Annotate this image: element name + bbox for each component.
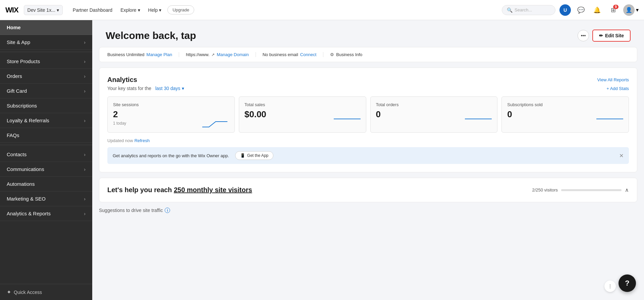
chevron-right-icon: › — [84, 40, 86, 45]
stat-value-subscriptions: 0 — [507, 109, 512, 120]
sidebar-item-subscriptions[interactable]: Subscriptions — [0, 98, 92, 113]
visitors-left: Let's help you reach 250 monthly site vi… — [107, 186, 252, 194]
search-bar[interactable]: 🔍 Search... — [502, 5, 555, 15]
site-selector[interactable]: Dev Site 1x... ▾ — [24, 5, 63, 15]
help-chevron: ▾ — [159, 7, 161, 13]
stat-card-orders: Total orders 0 — [370, 96, 498, 133]
more-fab-icon: ⋮ — [608, 284, 612, 289]
sidebar-item-loyalty[interactable]: Loyalty & Referrals › — [0, 113, 92, 128]
nav-links: Partner Dashboard Explore ▾ Help ▾ — [69, 5, 165, 15]
suggestions-row: Suggestions to drive site traffic i — [99, 208, 637, 217]
analytics-sub-row: Your key stats for the last 30 days ▾ + … — [107, 86, 629, 91]
chevron-right-icon: › — [84, 59, 86, 64]
visitors-title: Let's help you reach 250 monthly site vi… — [107, 186, 252, 194]
email-label: No business email — [263, 52, 298, 57]
apps-button[interactable]: ⊞ 9 — [607, 4, 619, 16]
sidebar-item-marketing[interactable]: Marketing & SEO › — [0, 191, 92, 206]
avatar-icon: 👤 — [626, 7, 632, 13]
refresh-link[interactable]: Refresh — [135, 138, 150, 143]
upgrade-button[interactable]: Upgrade — [167, 5, 194, 14]
notification-badge: 9 — [613, 5, 619, 9]
top-nav: WIX Dev Site 1x... ▾ Partner Dashboard E… — [0, 0, 644, 20]
edit-icon: ✏ — [599, 33, 603, 38]
sidebar-item-home[interactable]: Home — [0, 20, 92, 35]
sidebar-item-store-products[interactable]: Store Products › — [0, 54, 92, 69]
visitors-highlight[interactable]: 250 monthly site visitors — [174, 186, 252, 194]
sidebar-item-site-app[interactable]: Site & App › — [0, 35, 92, 50]
user-avatar-button[interactable]: 👤 ▾ — [623, 4, 639, 16]
visitors-progress-bar — [561, 189, 622, 191]
manage-plan-link[interactable]: Manage Plan — [147, 52, 172, 57]
stat-sub-sessions: 1 today — [113, 121, 126, 126]
star-icon: ✦ — [7, 289, 11, 295]
analytics-card: Analytics View All Reports Your key stat… — [99, 68, 637, 172]
chevron-up-icon[interactable]: ∧ — [625, 187, 629, 193]
domain-info: https://www. ↗ Manage Domain — [179, 52, 256, 57]
wix-logo: WIX — [5, 6, 18, 14]
sidebar-item-orders[interactable]: Orders › — [0, 69, 92, 84]
sidebar-item-contacts[interactable]: Contacts › — [0, 147, 92, 162]
email-connect-link[interactable]: Connect — [300, 52, 316, 57]
banner-text: Get analytics and reports on the go with… — [113, 153, 229, 158]
site-selector-chevron: ▾ — [57, 7, 59, 13]
sidebar-divider-2 — [0, 145, 92, 145]
business-info[interactable]: ⚙ Business Info — [323, 52, 369, 57]
messages-button[interactable]: 💬 — [575, 4, 587, 16]
sidebar-item-faqs[interactable]: FAQs — [0, 128, 92, 143]
domain-label: https://www. — [186, 52, 209, 57]
main-content: Welcome back, tap ••• ✏ Edit Site Busine… — [92, 20, 644, 300]
stats-period: Your key stats for the last 30 days ▾ — [107, 86, 184, 91]
user-initial-avatar[interactable]: U — [559, 4, 571, 16]
user-avatar: 👤 — [623, 4, 635, 16]
stat-card-subscriptions: Subscriptions sold 0 — [501, 96, 629, 133]
nav-link-help[interactable]: Help ▾ — [145, 5, 165, 15]
edit-site-button[interactable]: ✏ Edit Site — [592, 30, 631, 42]
external-link-icon: ↗ — [211, 52, 215, 57]
plan-label: Business Unlimited — [107, 52, 145, 57]
header-actions: ••• ✏ Edit Site — [578, 30, 631, 42]
quick-access-footer[interactable]: ✦ Quick Access — [0, 284, 92, 300]
search-icon: 🔍 — [507, 7, 513, 13]
page-title: Welcome back, tap — [106, 30, 196, 41]
stat-label-sales: Total sales — [245, 102, 361, 107]
stat-label-sessions: Site sessions — [113, 102, 229, 107]
view-all-reports-link[interactable]: View All Reports — [597, 77, 629, 82]
stat-value-sessions: 2 — [113, 109, 126, 120]
stat-card-sessions: Site sessions 2 1 today — [107, 96, 235, 133]
sidebar-item-analytics[interactable]: Analytics & Reports › — [0, 206, 92, 221]
analytics-title: Analytics — [107, 76, 137, 84]
visitors-count: 2/250 visitors — [532, 187, 558, 192]
orders-mini-chart — [465, 111, 492, 121]
business-info-label: Business Info — [336, 52, 362, 57]
stat-value-orders: 0 — [376, 109, 381, 120]
sidebar-item-communications[interactable]: Communications › — [0, 162, 92, 177]
stat-card-sales: Total sales $0.00 — [239, 96, 366, 133]
notifications-button[interactable]: 🔔 — [591, 4, 603, 16]
chevron-right-icon: › — [84, 88, 86, 94]
more-fab-button[interactable]: ⋮ — [604, 281, 616, 292]
chevron-right-icon: › — [84, 196, 86, 202]
more-options-button[interactable]: ••• — [578, 30, 589, 41]
sidebar-item-gift-card[interactable]: Gift Card › — [0, 84, 92, 98]
add-stats-link[interactable]: + Add Stats — [606, 86, 629, 91]
banner-close-button[interactable]: ✕ — [619, 153, 624, 159]
visitors-progress-fill — [561, 189, 562, 191]
bell-icon: 🔔 — [593, 6, 601, 14]
stat-label-orders: Total orders — [376, 102, 492, 107]
stat-label-subscriptions: Subscriptions sold — [507, 102, 623, 107]
sessions-mini-chart — [202, 118, 229, 128]
visitors-right: 2/250 visitors ∧ — [532, 187, 629, 193]
help-button[interactable]: ? — [619, 274, 636, 292]
period-dropdown[interactable]: last 30 days ▾ — [155, 86, 184, 91]
nav-link-partner[interactable]: Partner Dashboard — [69, 5, 116, 15]
nav-link-explore[interactable]: Explore ▾ — [117, 5, 143, 15]
sidebar-item-automations[interactable]: Automations — [0, 177, 92, 191]
visitors-card: Let's help you reach 250 monthly site vi… — [99, 178, 637, 202]
get-app-button[interactable]: 📱 Get the App — [235, 151, 273, 160]
chevron-right-icon: › — [84, 152, 86, 157]
plan-info: Business Unlimited Manage Plan — [107, 52, 179, 57]
manage-domain-link[interactable]: Manage Domain — [217, 52, 249, 57]
chevron-right-icon: › — [84, 74, 86, 79]
sales-mini-chart — [334, 111, 361, 121]
info-icon[interactable]: i — [165, 208, 170, 213]
